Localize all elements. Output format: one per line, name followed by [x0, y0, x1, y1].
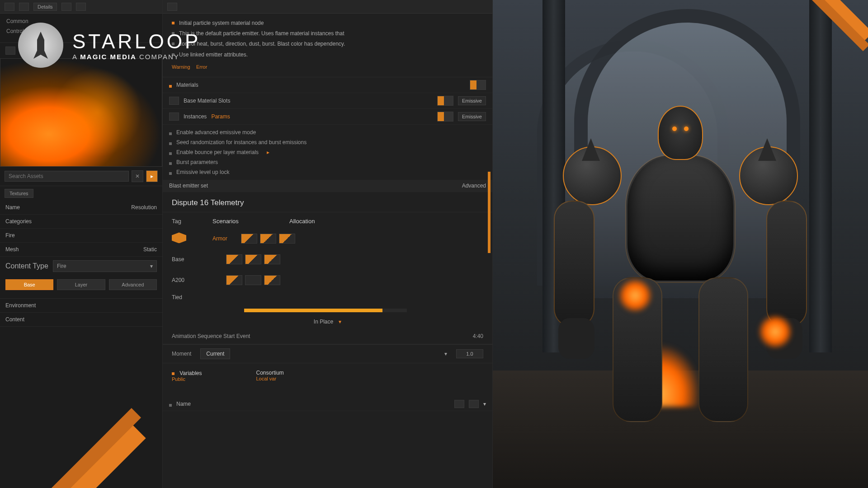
content-type-select[interactable]: Fire ▾ [53, 260, 157, 272]
scrollbar[interactable] [488, 172, 491, 253]
scenario-sub[interactable]: Armor [212, 235, 227, 242]
environment-label[interactable]: Environment [5, 302, 36, 309]
name-action-icon-2[interactable] [469, 400, 479, 408]
variables-sub: Public [172, 376, 202, 382]
materials-row[interactable]: Materials [176, 82, 465, 88]
desc-line-3: control heat, burst, direction, dust, bu… [179, 40, 345, 48]
name-label: Name [5, 204, 20, 211]
tag-badge-icon[interactable] [172, 232, 186, 243]
rocket-icon [18, 23, 63, 68]
textures-chip[interactable]: Textures [5, 189, 33, 198]
instance-value: Emissive [458, 112, 486, 121]
brand-name: STARLOOP [72, 30, 201, 53]
alloc-thumb-5[interactable] [245, 254, 261, 264]
mesh-label: Mesh [5, 246, 19, 253]
name-action-icon-1[interactable] [454, 400, 464, 408]
content-type-value: Fire [57, 263, 66, 269]
col-tag: Tag [172, 218, 199, 225]
moment-label: Moment [172, 351, 191, 357]
layer-header: Tag Scenarios Allocation [163, 212, 492, 228]
instances-label: Instances [184, 113, 207, 120]
moment-select[interactable]: Current [200, 348, 230, 359]
fire-preview-thumbnail[interactable] [0, 58, 162, 167]
pill-base[interactable]: Base [5, 279, 53, 290]
brand-tagline: A MAGIC MEDIA COMPANY [72, 53, 201, 61]
alloc-thumb-3[interactable] [279, 234, 295, 244]
layer-row-base[interactable]: Base [172, 256, 199, 263]
materials-thumb[interactable] [470, 80, 486, 90]
content-type-label: Content Type [5, 262, 48, 270]
content-label[interactable]: Content [5, 316, 24, 323]
fire-category[interactable]: Fire [5, 232, 15, 239]
alloc-thumb-2[interactable] [260, 234, 276, 244]
corner-stripe-bl [0, 398, 108, 488]
categories-label[interactable]: Categories [5, 218, 32, 225]
toolbar-icon-b[interactable] [19, 3, 29, 11]
alloc-thumb-4[interactable] [226, 254, 242, 264]
character-mesh [558, 88, 802, 449]
chevron-down-icon: ▾ [150, 263, 153, 269]
mid-toolbar-icon[interactable] [167, 3, 177, 11]
material-slots-row[interactable]: Base Material Slots [184, 98, 433, 104]
consortium-header[interactable]: Consortium [256, 370, 283, 376]
bullet-3: Enable bounce per layer materials [176, 149, 259, 155]
left-toolbar: Details [0, 0, 162, 14]
center-panel: Initial particle system material node Th… [163, 0, 493, 488]
timeline-time: 4:40 [473, 333, 483, 339]
mesh-value: Static [143, 246, 157, 253]
slot-thumb[interactable] [437, 96, 453, 106]
blast-set-value[interactable]: Advanced [462, 183, 486, 189]
name-row[interactable]: Name [176, 401, 450, 407]
slot-value: Emissive [458, 96, 486, 105]
moment-count: 1.0 [456, 349, 483, 358]
brand-logo: STARLOOP A MAGIC MEDIA COMPANY [18, 23, 201, 68]
alloc-thumb-1[interactable] [241, 234, 257, 244]
bullet-5: Emissive level up lock [176, 169, 229, 175]
description-block: Initial particle system material node Th… [163, 14, 492, 77]
viewport-3d[interactable] [493, 0, 868, 488]
chevron-down-icon[interactable]: ▾ [339, 319, 341, 325]
layer-row-a200[interactable]: A200 [172, 277, 199, 283]
chevron-down-icon[interactable]: ▾ [483, 401, 486, 407]
params-label[interactable]: Params [211, 113, 230, 120]
search-input[interactable] [5, 171, 129, 182]
bullet-1: Enable advanced emissive mode [176, 129, 256, 136]
search-go-icon[interactable]: ▸ [146, 170, 158, 182]
details-button[interactable]: Details [33, 3, 57, 11]
timeline-title: Animation Sequence Start Event [172, 333, 250, 339]
resolution-label: Resolution [131, 204, 157, 211]
bullet-2: Seed randomization for instances and bur… [176, 139, 307, 145]
instance-thumb[interactable] [437, 112, 453, 122]
playback-label: In Place [314, 319, 333, 325]
alloc-thumb-7[interactable] [226, 275, 242, 285]
section-title: Dispute 16 Telemetry [163, 192, 492, 212]
instance-icon[interactable] [169, 113, 179, 121]
alloc-thumb-8[interactable] [245, 275, 261, 285]
toolbar-icon-c[interactable] [61, 3, 71, 11]
blast-set-label: Blast emitter set [169, 183, 458, 189]
consortium-sub: Local var [256, 376, 283, 381]
corner-stripe-tr [760, 0, 868, 54]
filter-icon[interactable] [5, 47, 15, 55]
alloc-thumb-6[interactable] [264, 254, 280, 264]
toolbar-icon-d[interactable] [76, 3, 86, 11]
chevron-down-icon[interactable]: ▾ [444, 351, 447, 357]
slot-icon[interactable] [169, 97, 179, 105]
mid-toolbar [163, 0, 492, 14]
pill-layer[interactable]: Layer [57, 279, 105, 290]
search-clear-icon[interactable]: ✕ [132, 170, 143, 182]
pill-advanced[interactable]: Advanced [109, 279, 157, 290]
layer-row-tied[interactable]: Tied [172, 294, 199, 300]
variables-header[interactable]: Variables [179, 370, 202, 376]
desc-line-2: This is the default particle emitter. Us… [179, 29, 344, 38]
bullet-4: Burst parameters [176, 159, 218, 165]
alloc-thumb-9[interactable] [264, 275, 280, 285]
progress-bar[interactable] [244, 309, 407, 312]
toolbar-icon-a[interactable] [5, 3, 14, 11]
col-allocation: Allocation [289, 218, 315, 225]
col-scenarios: Scenarios [212, 218, 276, 225]
